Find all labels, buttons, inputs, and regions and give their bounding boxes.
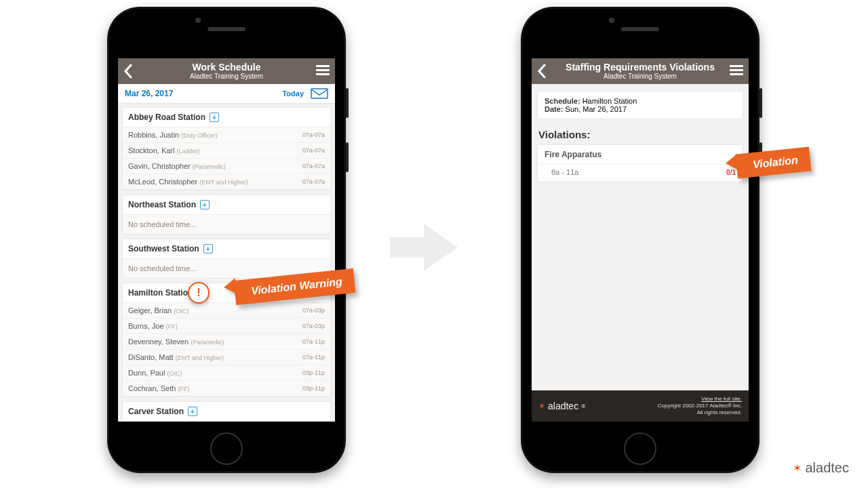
rights-text: All rights reserved. bbox=[658, 409, 742, 416]
callout-violation-warning: Violation Warning bbox=[224, 274, 355, 299]
station-name: Northeast Station bbox=[128, 200, 196, 209]
app-header: Work Schedule Aladtec Training System bbox=[118, 58, 335, 84]
copyright-text: Copyright 2002-2017 Aladtec® Inc. bbox=[658, 403, 742, 409]
schedule-row[interactable]: Dunn, Paul (OIC)03p-11p bbox=[123, 365, 330, 381]
station-section: Hamilton Station + ! Geiger, Brian (OIC)… bbox=[122, 283, 331, 397]
app-screen-right: Staffing Requirements Violations Aladtec… bbox=[532, 58, 749, 422]
home-button[interactable] bbox=[210, 432, 243, 465]
home-button[interactable] bbox=[624, 432, 656, 465]
violation-group: Fire Apparatus bbox=[538, 145, 743, 165]
svg-rect-0 bbox=[311, 89, 328, 98]
station-section: Abbey Road Station + Robbins, Justin (Du… bbox=[122, 107, 331, 190]
empty-message: No scheduled time... bbox=[123, 215, 330, 234]
header-subtitle: Aladtec Training System bbox=[190, 73, 263, 81]
date-value: Sun, Mar 26, 2017 bbox=[566, 105, 627, 113]
schedule-row[interactable]: Burns, Joe (FF)07a-03p bbox=[123, 319, 330, 334]
schedule-value: Hamilton Station bbox=[583, 97, 637, 105]
station-header[interactable]: Southwest Station + bbox=[123, 239, 330, 259]
schedule-row[interactable]: DiSanto, Matt (EMT and Higher)07a-11p bbox=[123, 350, 330, 365]
schedule-row[interactable]: McLeod, Christopher (EMT and Higher)07a-… bbox=[123, 174, 330, 190]
stage: Work Schedule Aladtec Training System Ma… bbox=[0, 0, 868, 488]
schedule-row[interactable]: Cochran, Seth (FF)03p-11p bbox=[123, 381, 330, 396]
back-button[interactable] bbox=[122, 63, 134, 79]
hamburger-menu-icon[interactable] bbox=[316, 65, 330, 75]
mail-icon[interactable] bbox=[311, 88, 328, 99]
station-name: Abbey Road Station bbox=[128, 113, 205, 122]
app-footer: ✶ aladtec® View the full site. Copyright… bbox=[532, 390, 749, 422]
schedule-row[interactable]: Geiger, Brian (OIC)07a-03p bbox=[123, 303, 330, 319]
station-section: Southwest Station + No scheduled time... bbox=[122, 239, 331, 279]
header-title: Work Schedule bbox=[190, 62, 263, 73]
schedule-row[interactable]: Gavin, Christopher (Paramedic)07a-07a bbox=[123, 159, 330, 174]
logo-mark-icon: ✶ bbox=[538, 401, 545, 411]
schedule-list: Abbey Road Station + Robbins, Justin (Du… bbox=[118, 103, 335, 422]
violations-heading: Violations: bbox=[538, 129, 742, 140]
plus-icon[interactable]: + bbox=[210, 113, 219, 122]
current-date[interactable]: Mar 26, 2017 bbox=[125, 89, 173, 98]
header-title: Staffing Requirements Violations bbox=[566, 62, 715, 73]
station-name: Southwest Station bbox=[128, 244, 199, 253]
station-name: Hamilton Station bbox=[128, 288, 193, 298]
station-header[interactable]: Abbey Road Station + bbox=[123, 108, 330, 127]
footer-logo: ✶ aladtec® bbox=[538, 401, 585, 411]
page-brand: ✶ aladtec bbox=[793, 460, 850, 476]
today-link[interactable]: Today bbox=[282, 89, 304, 98]
hamburger-menu-icon[interactable] bbox=[730, 65, 743, 75]
plus-icon[interactable]: + bbox=[200, 200, 210, 209]
schedule-row[interactable]: Devenney, Steven (Paramedic)07a-11p bbox=[123, 334, 330, 350]
violation-row[interactable]: 8a - 11a 0/1 bbox=[538, 165, 743, 182]
station-header[interactable]: Northeast Station + bbox=[123, 195, 330, 215]
full-site-link[interactable]: View the full site. bbox=[701, 396, 742, 402]
schedule-row[interactable]: Stockton, Karl (Ladder)07a-07a bbox=[123, 143, 330, 159]
app-screen-left: Work Schedule Aladtec Training System Ma… bbox=[118, 58, 335, 422]
station-section: Carver Station + bbox=[122, 401, 331, 422]
violation-card: Fire Apparatus 8a - 11a 0/1 bbox=[537, 144, 743, 182]
violation-warning-icon[interactable]: ! bbox=[188, 282, 210, 304]
logo-mark-icon: ✶ bbox=[793, 462, 802, 474]
header-subtitle: Aladtec Training System bbox=[566, 73, 715, 81]
station-header[interactable]: Carver Station + bbox=[123, 402, 330, 422]
station-name: Carver Station bbox=[128, 407, 184, 416]
app-header: Staffing Requirements Violations Aladtec… bbox=[532, 58, 749, 84]
plus-icon[interactable]: + bbox=[188, 407, 197, 416]
violation-time-range: 8a - 11a bbox=[551, 168, 578, 176]
callout-violation: Violation bbox=[726, 150, 810, 175]
flow-arrow bbox=[387, 217, 461, 278]
info-box: Schedule: Hamilton Station Date: Sun, Ma… bbox=[537, 91, 743, 119]
phone-right: Staffing Requirements Violations Aladtec… bbox=[521, 7, 760, 473]
plus-icon[interactable]: + bbox=[203, 244, 213, 253]
back-button[interactable] bbox=[536, 63, 548, 79]
station-section: Northeast Station + No scheduled time... bbox=[122, 195, 331, 235]
phone-left: Work Schedule Aladtec Training System Ma… bbox=[107, 7, 346, 473]
date-bar: Mar 26, 2017 Today bbox=[118, 84, 335, 104]
schedule-row[interactable]: Robbins, Justin (Duty Officer)07a-07a bbox=[123, 127, 330, 143]
